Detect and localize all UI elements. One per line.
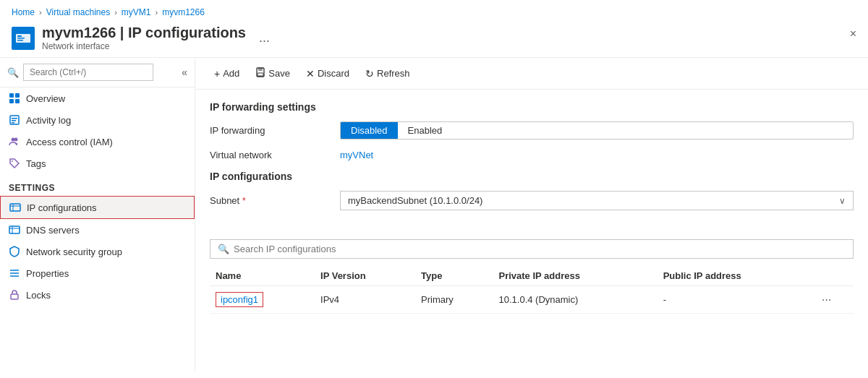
svg-rect-4 bbox=[9, 93, 14, 98]
svg-rect-6 bbox=[9, 99, 14, 103]
sidebar-item-dns-servers-label: DNS servers bbox=[26, 225, 80, 236]
svg-rect-27 bbox=[258, 73, 263, 76]
subnet-dropdown-value: myBackendSubnet (10.1.0.0/24) bbox=[348, 195, 482, 206]
sidebar-search-input[interactable] bbox=[23, 64, 153, 81]
locks-icon bbox=[9, 289, 20, 301]
refresh-button[interactable]: ↻ Refresh bbox=[358, 64, 417, 83]
iam-icon bbox=[9, 136, 20, 147]
col-public-ip: Public IP address bbox=[658, 266, 816, 286]
content-area: + Add Save ✕ Discard ↻ Refresh IP forwar… bbox=[195, 58, 868, 371]
discard-icon: ✕ bbox=[306, 68, 315, 80]
add-icon: + bbox=[214, 68, 220, 80]
ipconfig-name-link[interactable]: ipconfig1 bbox=[216, 292, 263, 307]
sidebar-item-ip-configurations[interactable]: IP configurations bbox=[0, 196, 195, 219]
subnet-label: Subnet * bbox=[210, 195, 340, 206]
properties-icon bbox=[9, 267, 20, 279]
dns-icon bbox=[9, 224, 20, 236]
breadcrumb-home[interactable]: Home bbox=[12, 7, 35, 17]
sidebar-item-ip-configurations-label: IP configurations bbox=[27, 202, 97, 213]
sidebar-item-tags-label: Tags bbox=[26, 158, 46, 169]
search-ip-input[interactable] bbox=[234, 244, 846, 254]
search-icon: 🔍 bbox=[218, 244, 229, 254]
subnet-row: Subnet * myBackendSubnet (10.1.0.0/24) ∨ bbox=[210, 191, 854, 210]
cell-public-ip: - bbox=[658, 286, 816, 314]
sidebar-item-iam[interactable]: Access control (IAM) bbox=[0, 131, 195, 153]
sidebar-item-activity-log-label: Activity log bbox=[26, 115, 71, 126]
ip-config-table: Name IP Version Type Private IP address … bbox=[210, 266, 854, 314]
nsg-icon bbox=[9, 246, 20, 257]
svg-rect-5 bbox=[15, 93, 20, 98]
virtual-network-row: Virtual network myVNet bbox=[210, 150, 854, 160]
ip-forwarding-label: IP forwarding bbox=[210, 125, 340, 136]
ip-forwarding-disabled-option[interactable]: Disabled bbox=[341, 122, 398, 139]
breadcrumb-vms[interactable]: Virtual machines bbox=[46, 7, 111, 17]
sidebar-item-locks[interactable]: Locks bbox=[0, 284, 195, 306]
page-header: myvm1266 | IP configurations Network int… bbox=[0, 22, 868, 58]
svg-point-14 bbox=[12, 160, 13, 162]
svg-rect-7 bbox=[15, 99, 20, 103]
sidebar-item-dns-servers[interactable]: DNS servers bbox=[0, 219, 195, 241]
add-button[interactable]: + Add bbox=[207, 64, 247, 83]
close-button[interactable]: × bbox=[850, 27, 856, 40]
svg-rect-15 bbox=[10, 204, 20, 211]
settings-section-label: Settings bbox=[0, 174, 195, 196]
col-name: Name bbox=[210, 266, 315, 286]
breadcrumb: Home › Virtual machines › myVM1 › myvm12… bbox=[0, 0, 868, 22]
sidebar-item-iam-label: Access control (IAM) bbox=[26, 137, 113, 147]
sidebar-collapse-button[interactable]: « bbox=[182, 66, 187, 78]
sidebar-item-properties-label: Properties bbox=[26, 268, 69, 279]
svg-rect-10 bbox=[12, 120, 16, 121]
breadcrumb-vm1[interactable]: myVM1 bbox=[122, 7, 151, 17]
virtual-network-link[interactable]: myVNet bbox=[340, 150, 373, 160]
table-row: ipconfig1 IPv4 Primary 10.1.0.4 (Dynamic… bbox=[210, 286, 854, 314]
svg-rect-11 bbox=[12, 122, 14, 124]
required-indicator: * bbox=[242, 195, 246, 206]
resource-icon bbox=[12, 27, 35, 50]
svg-point-13 bbox=[14, 138, 18, 142]
svg-rect-26 bbox=[258, 68, 263, 71]
sidebar-item-network-security-group[interactable]: Network security group bbox=[0, 241, 195, 262]
sidebar: 🔍 « Overview bbox=[0, 58, 195, 371]
content-body: IP forwarding settings IP forwarding Dis… bbox=[195, 90, 868, 232]
discard-button[interactable]: ✕ Discard bbox=[299, 64, 357, 83]
sidebar-item-overview[interactable]: Overview bbox=[0, 87, 195, 109]
subnet-dropdown[interactable]: myBackendSubnet (10.1.0.0/24) ∨ bbox=[340, 191, 854, 210]
ip-forwarding-toggle[interactable]: Disabled Enabled bbox=[340, 121, 854, 139]
save-icon bbox=[255, 67, 265, 80]
refresh-icon: ↻ bbox=[365, 68, 374, 80]
sidebar-item-overview-label: Overview bbox=[26, 93, 65, 104]
search-ip-container: 🔍 bbox=[210, 239, 854, 259]
table-header-row: Name IP Version Type Private IP address … bbox=[210, 266, 854, 286]
save-button[interactable]: Save bbox=[248, 64, 297, 83]
svg-rect-24 bbox=[11, 294, 18, 299]
activity-log-icon bbox=[9, 114, 20, 126]
svg-rect-9 bbox=[12, 118, 17, 119]
search-icon: 🔍 bbox=[7, 67, 19, 78]
ip-configurations-section-title: IP configurations bbox=[210, 171, 854, 182]
overview-icon bbox=[9, 93, 20, 104]
svg-rect-2 bbox=[17, 38, 25, 39]
virtual-network-label: Virtual network bbox=[210, 150, 340, 160]
col-type: Type bbox=[415, 266, 493, 286]
sidebar-item-activity-log[interactable]: Activity log bbox=[0, 109, 195, 131]
sidebar-item-nsg-label: Network security group bbox=[26, 246, 122, 257]
header-more-menu[interactable]: ... bbox=[259, 30, 270, 46]
cell-type: Primary bbox=[415, 286, 493, 314]
ip-forwarding-row: IP forwarding Disabled Enabled bbox=[210, 121, 854, 139]
page-subtitle: Network interface bbox=[42, 41, 246, 51]
col-actions bbox=[816, 266, 854, 286]
page-title: myvm1266 | IP configurations bbox=[42, 25, 246, 41]
toolbar: + Add Save ✕ Discard ↻ Refresh bbox=[195, 58, 868, 90]
row-more-actions-button[interactable]: ··· bbox=[822, 293, 831, 306]
sidebar-item-tags[interactable]: Tags bbox=[0, 153, 195, 174]
svg-rect-3 bbox=[17, 40, 23, 41]
cell-more-actions[interactable]: ··· bbox=[816, 286, 854, 314]
ip-configurations-icon bbox=[9, 202, 21, 213]
svg-rect-1 bbox=[17, 35, 22, 37]
ip-forwarding-enabled-option[interactable]: Enabled bbox=[398, 122, 453, 139]
cell-name: ipconfig1 bbox=[210, 286, 315, 314]
cell-ip-version: IPv4 bbox=[315, 286, 415, 314]
sidebar-item-properties[interactable]: Properties bbox=[0, 262, 195, 284]
breadcrumb-current[interactable]: myvm1266 bbox=[162, 7, 205, 17]
col-private-ip: Private IP address bbox=[493, 266, 657, 286]
